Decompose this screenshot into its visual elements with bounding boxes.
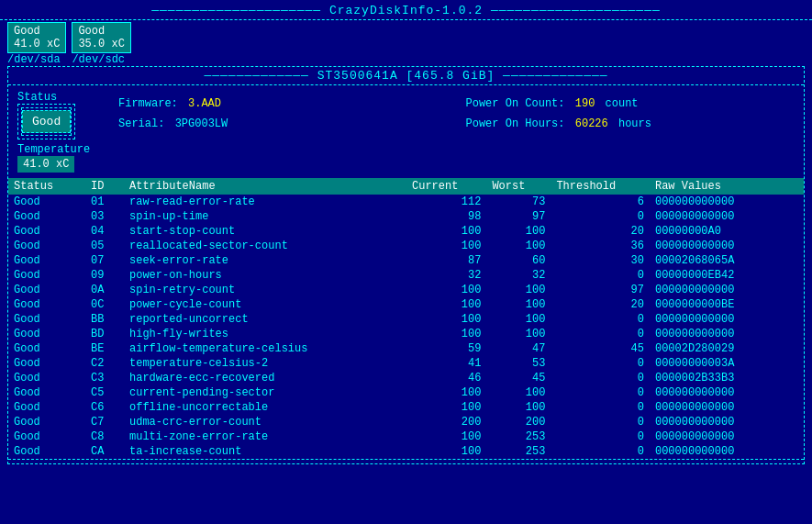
cell-16-1: C8 <box>85 429 124 444</box>
cell-2-6: 00000000A0 <box>650 224 804 239</box>
cell-15-1: C7 <box>85 415 124 429</box>
cell-8-5: 0 <box>551 312 650 327</box>
tab-sda-status-label: Good <box>14 25 40 38</box>
cell-5-0: Good <box>8 268 85 283</box>
tab-sdc-path[interactable]: /dev/sdc <box>72 53 125 66</box>
status-section: Status Good Temperature 41.0 xC <box>17 91 100 173</box>
cell-17-6: 000000000000 <box>650 444 804 459</box>
table-row: GoodC8multi-zone-error-rate1002530000000… <box>8 429 804 444</box>
cell-3-5: 36 <box>551 239 650 253</box>
cell-1-3: 98 <box>406 209 486 224</box>
cell-12-3: 46 <box>406 371 486 385</box>
power-count-row: Power On Count: 190 count <box>466 95 795 115</box>
col-header-status: Status <box>8 178 85 195</box>
cell-2-2: start-stop-count <box>124 224 406 239</box>
cell-0-2: raw-read-error-rate <box>124 195 406 209</box>
cell-0-4: 73 <box>486 195 551 209</box>
cell-14-6: 000000000000 <box>650 400 804 415</box>
cell-4-0: Good <box>8 253 85 268</box>
cell-9-2: high-fly-writes <box>124 327 406 341</box>
table-row: Good05reallocated-sector-count1001003600… <box>8 239 804 253</box>
cell-9-4: 100 <box>486 327 551 341</box>
cell-11-3: 41 <box>406 356 486 371</box>
serial-value: 3PG003LW <box>175 117 228 130</box>
cell-13-5: 0 <box>551 385 650 400</box>
tab-sdc-temp: 35.0 xC <box>78 38 124 50</box>
cell-10-4: 47 <box>486 341 551 356</box>
cell-1-1: 03 <box>85 209 124 224</box>
disk-tab-sda[interactable]: Good 41.0 xC /dev/sda <box>7 22 66 66</box>
cell-4-5: 30 <box>551 253 650 268</box>
cell-1-2: spin-up-time <box>124 209 406 224</box>
cell-13-3: 100 <box>406 385 486 400</box>
disk-tab-sdc[interactable]: Good 35.0 xC /dev/sdc <box>72 22 130 66</box>
cell-16-3: 100 <box>406 429 486 444</box>
cell-7-5: 20 <box>551 297 650 312</box>
cell-11-0: Good <box>8 356 85 371</box>
table-row: GoodBDhigh-fly-writes1001000000000000000 <box>8 327 804 341</box>
cell-8-0: Good <box>8 312 85 327</box>
cell-8-3: 100 <box>406 312 486 327</box>
cell-17-5: 0 <box>551 444 650 459</box>
cell-8-1: BB <box>85 312 124 327</box>
table-row: GoodBBreported-uncorrect1001000000000000… <box>8 312 804 327</box>
table-row: GoodC2temperature-celsius-24153000000000… <box>8 356 804 371</box>
table-row: GoodC5current-pending-sector100100000000… <box>8 385 804 400</box>
cell-6-3: 100 <box>406 283 486 297</box>
power-hours-label: Power On Hours: <box>466 117 565 130</box>
power-count-value: 190 <box>575 97 595 110</box>
cell-7-4: 100 <box>486 297 551 312</box>
status-title: Status <box>17 91 100 104</box>
cell-11-6: 00000000003A <box>650 356 804 371</box>
col-header-worst: Worst <box>486 178 551 195</box>
serial-label: Serial: <box>118 117 164 130</box>
cell-6-5: 97 <box>551 283 650 297</box>
cell-11-1: C2 <box>85 356 124 371</box>
cell-14-2: offline-uncorrectable <box>124 400 406 415</box>
cell-3-6: 000000000000 <box>650 239 804 253</box>
power-hours-value: 60226 <box>575 117 608 130</box>
cell-14-0: Good <box>8 400 85 415</box>
cell-14-5: 0 <box>551 400 650 415</box>
cell-3-0: Good <box>8 239 85 253</box>
cell-0-3: 112 <box>406 195 486 209</box>
temp-title: Temperature <box>17 143 100 156</box>
cell-5-6: 00000000EB42 <box>650 268 804 283</box>
tab-sda-temp: 41.0 xC <box>14 38 60 50</box>
cell-16-6: 000000000000 <box>650 429 804 444</box>
temp-value: 41.0 xC <box>17 156 74 173</box>
cell-11-5: 0 <box>551 356 650 371</box>
cell-13-1: C5 <box>85 385 124 400</box>
cell-4-6: 00002068065A <box>650 253 804 268</box>
disk-tabs-row: Good 41.0 xC /dev/sda Good 35.0 xC /dev/… <box>0 20 812 66</box>
disk-info-section: Status Good Temperature 41.0 xC Firmware… <box>8 85 804 178</box>
tab-sda-status[interactable]: Good 41.0 xC <box>7 22 66 53</box>
app-window: ————————————————————— CrazyDiskInfo-1.0.… <box>0 0 812 524</box>
cell-16-2: multi-zone-error-rate <box>124 429 406 444</box>
cell-14-4: 100 <box>486 400 551 415</box>
cell-9-3: 100 <box>406 327 486 341</box>
cell-4-2: seek-error-rate <box>124 253 406 268</box>
cell-5-3: 32 <box>406 268 486 283</box>
cell-6-4: 100 <box>486 283 551 297</box>
power-count-label: Power On Count: <box>466 97 565 110</box>
cell-9-5: 0 <box>551 327 650 341</box>
disk-title: ————————————— ST3500641A [465.8 GiB] ———… <box>8 67 804 85</box>
cell-15-0: Good <box>8 415 85 429</box>
cell-6-0: Good <box>8 283 85 297</box>
cell-7-6: 0000000000BE <box>650 297 804 312</box>
tab-sdc-status[interactable]: Good 35.0 xC <box>72 22 130 53</box>
cell-7-2: power-cycle-count <box>124 297 406 312</box>
cell-0-0: Good <box>8 195 85 209</box>
cell-17-2: ta-increase-count <box>124 444 406 459</box>
cell-10-5: 45 <box>551 341 650 356</box>
table-row: GoodC3hardware-ecc-recovered464500000002… <box>8 371 804 385</box>
table-row: Good09power-on-hours3232000000000EB42 <box>8 268 804 283</box>
cell-16-0: Good <box>8 429 85 444</box>
col-header-id: ID <box>85 178 124 195</box>
firmware-section: Firmware: 3.AAD Serial: 3PG003LW <box>118 91 448 173</box>
cell-10-3: 59 <box>406 341 486 356</box>
power-count-unit: count <box>606 97 639 110</box>
tab-sda-path[interactable]: /dev/sda <box>7 53 61 66</box>
cell-12-6: 0000002B33B3 <box>650 371 804 385</box>
